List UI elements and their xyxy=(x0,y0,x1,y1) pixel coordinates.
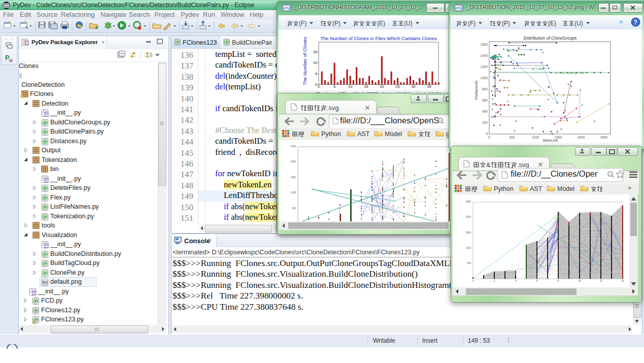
svg-text:1500: 1500 xyxy=(555,136,562,139)
svg-text:1200: 1200 xyxy=(481,65,488,69)
svg-text:P: P xyxy=(44,252,47,257)
svg-text:0: 0 xyxy=(315,82,317,87)
svg-text:P: P xyxy=(44,196,47,201)
svg-text:2000: 2000 xyxy=(578,136,585,139)
svg-text:P: P xyxy=(44,261,47,266)
svg-text:P: P xyxy=(44,130,47,135)
svg-text:1000: 1000 xyxy=(291,191,296,194)
svg-text:P: P xyxy=(44,271,47,276)
svg-text:P: P xyxy=(44,140,47,144)
svg-text:1400: 1400 xyxy=(481,54,488,57)
svg-text:1000: 1000 xyxy=(466,247,471,249)
svg-text:12: 12 xyxy=(599,280,602,282)
svg-text:?: ? xyxy=(634,19,637,26)
svg-text:6: 6 xyxy=(536,280,538,282)
svg-text:u: u xyxy=(9,57,13,63)
svg-text:15: 15 xyxy=(364,84,368,89)
svg-text:1600: 1600 xyxy=(481,43,488,46)
svg-text:400: 400 xyxy=(482,110,488,113)
svg-text:20: 20 xyxy=(380,84,384,89)
svg-text:30: 30 xyxy=(411,84,415,89)
svg-text:15: 15 xyxy=(313,50,317,54)
svg-text:10: 10 xyxy=(313,60,317,65)
svg-text:P: P xyxy=(177,40,179,45)
svg-text:10: 10 xyxy=(578,280,581,282)
svg-text:8: 8 xyxy=(558,280,559,282)
svg-text:500: 500 xyxy=(292,207,296,210)
svg-text:1000: 1000 xyxy=(481,76,488,80)
svg-text:0: 0 xyxy=(472,280,474,282)
svg-text:10: 10 xyxy=(348,84,352,89)
svg-text:500: 500 xyxy=(510,136,515,139)
svg-text:FileNameID: FileNameID xyxy=(474,81,478,100)
svg-text:1500: 1500 xyxy=(466,232,471,234)
svg-text:800: 800 xyxy=(482,87,488,91)
svg-text:The Number of Clones in Files: The Number of Clones in Files Which Cant… xyxy=(320,36,437,41)
svg-text:14: 14 xyxy=(621,280,624,282)
svg-text:The Number of Clones: The Number of Clones xyxy=(302,37,308,85)
svg-text:2000: 2000 xyxy=(291,160,296,163)
svg-text:0: 0 xyxy=(488,136,490,139)
svg-text:500: 500 xyxy=(467,262,471,265)
svg-text:0: 0 xyxy=(486,132,488,136)
svg-text:P: P xyxy=(44,215,47,219)
svg-text:2500: 2500 xyxy=(291,145,296,148)
svg-text:2500: 2500 xyxy=(466,201,471,203)
svg-text:5: 5 xyxy=(333,84,335,89)
svg-text:P: P xyxy=(35,318,38,322)
svg-text:Distribution of CloneGroups: Distribution of CloneGroups xyxy=(524,36,577,41)
svg-text:5: 5 xyxy=(315,72,317,76)
svg-text:0: 0 xyxy=(318,84,320,89)
svg-text:P: P xyxy=(44,121,47,125)
svg-text:2500: 2500 xyxy=(600,136,608,139)
svg-text:1500: 1500 xyxy=(291,176,296,179)
svg-text:2000: 2000 xyxy=(466,216,471,218)
svg-text:P: P xyxy=(35,299,38,304)
svg-text:35: 35 xyxy=(427,84,431,89)
svg-text:1000: 1000 xyxy=(532,136,539,139)
svg-text:P: P xyxy=(95,25,98,30)
svg-text:P: P xyxy=(44,205,47,210)
svg-text:P: P xyxy=(226,40,228,45)
svg-text:4: 4 xyxy=(515,280,517,282)
svg-text:600: 600 xyxy=(482,98,488,102)
svg-text:25: 25 xyxy=(395,84,399,89)
svg-text:P: P xyxy=(35,309,38,313)
svg-text:2: 2 xyxy=(494,280,495,282)
svg-text:200: 200 xyxy=(482,121,488,124)
svg-text:P: P xyxy=(44,186,47,191)
